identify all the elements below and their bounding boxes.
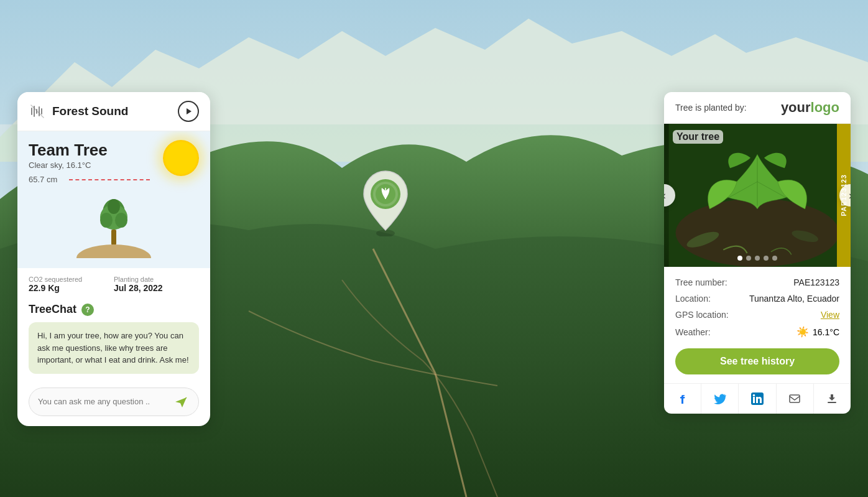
tree-number-value: PAE123123 bbox=[793, 277, 839, 287]
social-bar bbox=[664, 383, 851, 414]
svg-point-16 bbox=[100, 213, 113, 228]
tree-info-section: Team Tree Clear sky, 16.1°C 65.7 cm bbox=[17, 131, 210, 268]
dot-3[interactable] bbox=[755, 256, 760, 261]
download-button[interactable] bbox=[814, 384, 851, 414]
tree-details: Tree number: PAE123123 Location: Tunantz… bbox=[664, 267, 851, 348]
twitter-button[interactable] bbox=[701, 384, 739, 414]
stats-row: CO2 sequestered 22.9 Kg Planting date Ju… bbox=[17, 268, 210, 298]
weather-value: ☀️ 16.1°C bbox=[796, 326, 839, 338]
chat-input[interactable] bbox=[38, 397, 172, 406]
location-label: Location: bbox=[675, 294, 711, 304]
co2-value: 22.9 Kg bbox=[29, 283, 114, 293]
your-tree-section: ‹ › Your tree bbox=[664, 124, 851, 267]
planting-date: Jul 28, 2022 bbox=[114, 283, 199, 293]
tree-number-label: Tree number: bbox=[675, 277, 727, 287]
planting-stat: Planting date Jul 28, 2022 bbox=[114, 276, 199, 293]
map-pin[interactable] bbox=[358, 168, 413, 239]
location-value: Tunantza Alto, Ecuador bbox=[749, 294, 839, 304]
ground-arc bbox=[76, 244, 151, 258]
planted-by-header: Tree is planted by: yourlogo bbox=[664, 92, 851, 124]
weather-label: Weather: bbox=[675, 327, 711, 337]
treechat-help-button[interactable]: ? bbox=[81, 304, 94, 316]
svg-marker-12 bbox=[187, 108, 192, 114]
tree-height: 65.7 cm bbox=[29, 175, 199, 184]
dot-2[interactable] bbox=[746, 256, 751, 261]
sound-wave-icon bbox=[29, 103, 46, 120]
co2-stat: CO2 sequestered 22.9 Kg bbox=[29, 276, 114, 293]
svg-point-17 bbox=[115, 213, 127, 228]
sun-icon bbox=[163, 140, 199, 176]
tree-illustration bbox=[29, 195, 199, 258]
gps-row: GPS location: View bbox=[675, 307, 839, 323]
weather-sun-icon: ☀️ bbox=[796, 326, 809, 338]
left-panel: Forest Sound Team Tree Clear sky, 16.1°C… bbox=[17, 92, 210, 426]
tree-number-row: Tree number: PAE123123 bbox=[675, 274, 839, 290]
gps-view-link[interactable]: View bbox=[821, 310, 839, 320]
image-dots bbox=[737, 256, 777, 261]
svg-rect-30 bbox=[788, 392, 801, 405]
weather-row: Weather: ☀️ 16.1°C bbox=[675, 323, 839, 341]
facebook-button[interactable] bbox=[664, 384, 701, 414]
weather-temp: 16.1°C bbox=[813, 327, 839, 337]
tree-photo: Your tree bbox=[664, 124, 851, 267]
play-button[interactable] bbox=[178, 101, 199, 122]
forest-sound-title: Forest Sound bbox=[52, 105, 128, 118]
svg-rect-32 bbox=[828, 402, 836, 403]
svg-rect-28 bbox=[753, 397, 755, 403]
planted-by-text: Tree is planted by: bbox=[675, 103, 747, 113]
svg-point-18 bbox=[108, 199, 120, 214]
send-button[interactable] bbox=[172, 393, 190, 411]
dot-5[interactable] bbox=[772, 256, 777, 261]
svg-point-29 bbox=[753, 394, 755, 397]
see-tree-history-button[interactable]: See tree history bbox=[675, 348, 839, 374]
treechat-section: TreeChat ? Hi, I am your tree, how are y… bbox=[17, 298, 210, 381]
chat-bubble: Hi, I am your tree, how are you? You can… bbox=[29, 322, 199, 374]
forest-sound-header: Forest Sound bbox=[17, 92, 210, 131]
gps-label: GPS location: bbox=[675, 310, 729, 320]
chat-input-area[interactable] bbox=[29, 388, 199, 416]
right-panel: Tree is planted by: yourlogo ‹ › Your tr… bbox=[664, 92, 851, 414]
treechat-label: TreeChat bbox=[29, 303, 76, 316]
linkedin-button[interactable] bbox=[739, 384, 776, 414]
dot-4[interactable] bbox=[764, 256, 769, 261]
your-tree-label: Your tree bbox=[673, 130, 723, 144]
company-logo: yourlogo bbox=[781, 100, 839, 116]
co2-label: CO2 sequestered bbox=[29, 276, 114, 283]
svg-rect-13 bbox=[111, 230, 116, 245]
location-row: Location: Tunantza Alto, Ecuador bbox=[675, 290, 839, 307]
email-button[interactable] bbox=[777, 384, 814, 414]
planting-label: Planting date bbox=[114, 276, 199, 283]
dot-1[interactable] bbox=[737, 256, 742, 261]
